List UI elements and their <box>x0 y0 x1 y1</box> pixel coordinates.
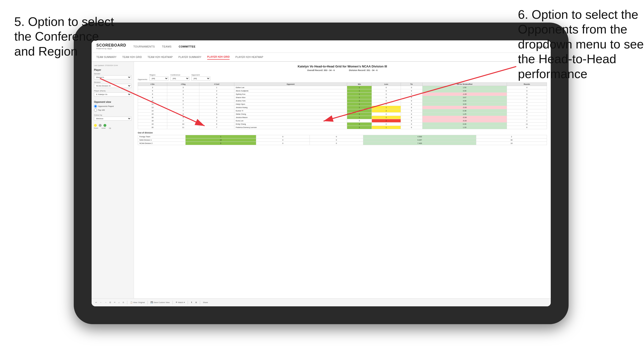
out-table-row: Foreign Team 1 0 0 4.500 2 <box>138 135 547 139</box>
grid-title: Katelyn Vo Head-to-Head Grid for Women's… <box>138 65 547 68</box>
nav-committee[interactable]: COMMITTEE <box>179 44 196 49</box>
bottom-toolbar: ↩ ← → ⊡ ✂ ⌕ ⊙ 📋 View: Original 💾 Save Cu… <box>92 298 551 306</box>
cell-opponent: Sydney Kuo <box>234 93 347 96</box>
sidebar-meta: Last Updated: 27/03/2024 19:44 <box>94 65 131 66</box>
cell-diff: -5.00 <box>422 119 507 123</box>
filter-conference-group: Conference (All) <box>170 74 189 80</box>
cell-loss: 0 <box>372 86 401 89</box>
cell-tie: 0 <box>401 116 422 119</box>
table-row: 15 8 5 Stella Cheng 1 0 0 1.25 4 <box>138 113 547 116</box>
filter-opponent-select[interactable]: (All) <box>191 76 210 80</box>
filter-conference-select[interactable]: (All) <box>170 76 189 80</box>
filter-region-label: Region <box>150 74 168 76</box>
cell-loss: 0 <box>372 123 401 126</box>
cell-opponent: Jessica Huang <box>234 106 347 109</box>
label-level: Level <box>102 127 106 129</box>
cell-tie: 0 <box>401 119 422 123</box>
sidebar-colour-select[interactable]: Win/loss <box>94 117 131 121</box>
radio-opponents-played-label: Opponents Played <box>98 105 114 107</box>
toolbar-watch[interactable]: 👁 Watch ▾ <box>176 301 185 304</box>
subnav-team-h2h-grid[interactable]: TEAM H2H GRID <box>122 55 142 59</box>
cell-diff: 1.25 <box>422 113 507 116</box>
out-cell-win: 1 <box>186 135 256 139</box>
toolbar-undo[interactable]: ↩ <box>96 301 97 304</box>
cell-loss: 2 <box>372 109 401 113</box>
cell-opponent: Jessica Mason <box>234 116 347 119</box>
annotation-left: 5. Option to select the Conference and R… <box>14 14 114 59</box>
cell-win: 1 <box>347 86 372 89</box>
cell-tie: 0 <box>401 126 422 129</box>
cell-loss: 0 <box>372 99 401 103</box>
toolbar-back[interactable]: ← <box>100 301 102 304</box>
cell-tie: 0 <box>401 99 422 103</box>
filter-conference-label: Conference <box>170 74 189 76</box>
cell-tie: 0 <box>401 123 422 126</box>
toolbar-grid2[interactable]: ⊞ <box>195 301 197 304</box>
cell-loss: 1 <box>372 126 401 129</box>
records-row: Overall Record: 353 - 34 - 6 Division Re… <box>138 69 547 71</box>
toolbar-view-original[interactable]: 📋 View: Original <box>130 301 145 304</box>
table-row: 6 3 3 Sydney Kuo 1 0 0 -1.00 3 <box>138 93 547 96</box>
nav-tournaments[interactable]: TOURNAMENTS <box>134 44 155 49</box>
cell-div: 13 <box>138 106 167 109</box>
subnav-player-summary[interactable]: PLAYER SUMMARY <box>178 55 202 59</box>
cell-tie: 0 <box>401 96 422 99</box>
toolbar-reset[interactable]: ⊙ <box>122 301 124 304</box>
radio-top100-input[interactable] <box>94 109 97 112</box>
radio-opponents-played-input[interactable] <box>94 105 97 108</box>
cell-tie: 0 <box>401 109 422 113</box>
out-cell-diff: 7.400 <box>363 142 476 145</box>
out-cell-tie: 0 <box>310 135 363 139</box>
overall-record-label: Overall Record: <box>307 69 323 71</box>
subnav-player-h2h-heatmap[interactable]: PLAYER H2H HEATMAP <box>235 55 263 59</box>
cell-win: 1 <box>347 116 372 119</box>
dot-level <box>99 124 102 127</box>
cell-win: 2 <box>347 99 372 103</box>
dot-up <box>104 124 106 127</box>
cell-loss: 0 <box>372 113 401 116</box>
cell-tie: 0 <box>401 103 422 106</box>
toolbar-share[interactable]: Share <box>203 301 208 304</box>
radio-opponents-played[interactable]: Opponents Played <box>94 105 131 108</box>
cell-diff: 4.00 <box>422 99 507 103</box>
cell-reg: 7 <box>167 109 199 113</box>
table-row: 5 2 2 Alexis Sudjianto 1 0 0 4.00 3 <box>138 89 547 93</box>
toolbar-cut[interactable]: ✂ <box>114 301 116 304</box>
cell-rounds: 4 <box>507 99 547 103</box>
cell-rounds: 3 <box>507 103 547 106</box>
toolbar-forward[interactable]: → <box>105 301 106 304</box>
th-conf: # Conf <box>199 83 234 86</box>
th-opponent: Opponent <box>234 83 347 86</box>
cell-opponent: Emily Chang <box>234 123 347 126</box>
th-tie: Tie <box>401 83 422 86</box>
division-record-label: Division Record: <box>349 69 366 71</box>
main-nav: TOURNAMENTS TEAMS COMMITTEE <box>134 44 536 49</box>
radio-top100[interactable]: Top 100 <box>94 109 131 112</box>
sidebar-division-select[interactable]: NCAA Division III <box>94 84 131 88</box>
annotation-right: 6. Option to select the Opponents from t… <box>518 7 644 81</box>
cell-tie: 0 <box>401 106 422 109</box>
sidebar-colour-label: Colour by <box>94 114 131 116</box>
cell-conf: 1 <box>199 106 234 109</box>
cell-loss: 0 <box>372 89 401 93</box>
cell-reg: 6 <box>167 99 199 103</box>
toolbar-search[interactable]: ⌕ <box>118 301 120 304</box>
sidebar-gender-select[interactable]: Women's <box>94 75 131 79</box>
cell-rounds: 7 <box>507 116 547 119</box>
overall-record: Overall Record: 353 - 34 - 6 <box>307 69 335 71</box>
subnav-player-h2h-grid[interactable]: PLAYER H2H GRID <box>207 55 230 60</box>
cell-win: 2 <box>347 126 372 129</box>
subnav-team-h2h-heatmap[interactable]: TEAM H2H HEATMAP <box>148 55 173 59</box>
nav-teams[interactable]: TEAMS <box>162 44 172 49</box>
cell-conf: 5 <box>199 113 234 116</box>
toolbar-grid[interactable]: ⊡ <box>110 301 111 304</box>
toolbar-save-custom[interactable]: 💾 Save Custom View <box>150 301 170 304</box>
out-cell-tie: 0 <box>310 142 363 145</box>
radio-group: Opponents Played Top 100 <box>94 105 131 112</box>
out-cell-loss: 0 <box>256 139 310 142</box>
table-row: 18 2 2 Euna Lee 0 2 0 -5.00 2 <box>138 119 547 123</box>
filter-region-select[interactable]: (All) <box>150 76 168 80</box>
out-table-row: NCAA Division 2 5 0 0 7.400 10 <box>138 142 547 145</box>
sidebar-player-rank-select[interactable]: 8. Katelyn Vo <box>94 92 131 96</box>
toolbar-upload[interactable]: ⬆ <box>191 301 192 304</box>
